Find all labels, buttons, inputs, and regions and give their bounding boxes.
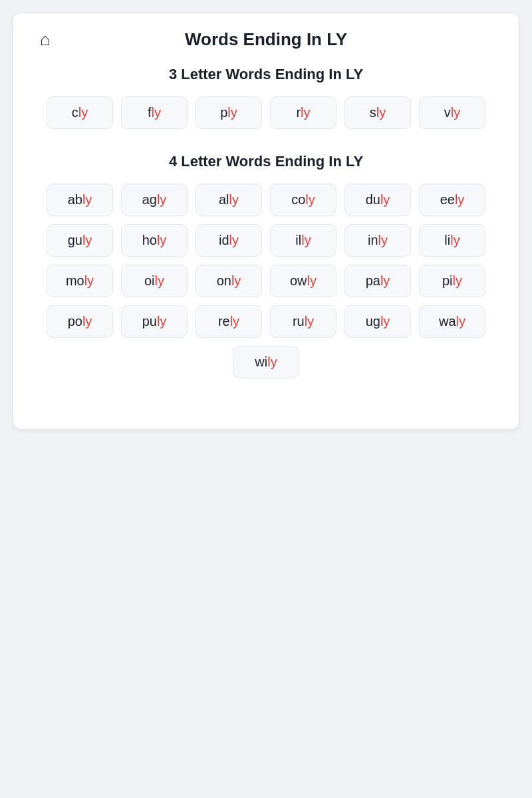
word-suffix: ly bbox=[155, 273, 164, 288]
word-suffix: ly bbox=[305, 314, 314, 329]
word-prefix: c bbox=[72, 105, 78, 120]
page-container: ⌂ Words Ending In LY 3 Letter Words Endi… bbox=[13, 13, 519, 429]
word-card[interactable]: ruly bbox=[270, 305, 336, 338]
word-card[interactable]: pily bbox=[419, 265, 485, 297]
page-title: Words Ending In LY bbox=[185, 29, 347, 50]
word-card[interactable]: owly bbox=[270, 265, 336, 297]
header: ⌂ Words Ending In LY bbox=[40, 29, 492, 50]
word-prefix: pi bbox=[442, 273, 453, 288]
word-card[interactable]: cly bbox=[47, 96, 113, 129]
word-card[interactable]: waly bbox=[419, 305, 485, 338]
word-prefix: ug bbox=[366, 314, 380, 329]
word-card[interactable]: ally bbox=[196, 184, 262, 216]
word-suffix: ly bbox=[157, 314, 166, 329]
word-prefix: mo bbox=[66, 273, 84, 288]
word-suffix: ly bbox=[376, 105, 386, 120]
word-suffix: ly bbox=[380, 314, 390, 329]
word-prefix: du bbox=[366, 192, 380, 207]
word-card[interactable]: illy bbox=[270, 224, 336, 257]
word-card[interactable]: rly bbox=[270, 96, 336, 129]
word-suffix: ly bbox=[380, 273, 390, 288]
word-suffix: ly bbox=[451, 105, 460, 120]
word-prefix: v bbox=[444, 105, 451, 120]
word-prefix: wi bbox=[255, 354, 267, 369]
word-card[interactable]: ply bbox=[196, 96, 262, 129]
word-suffix: ly bbox=[450, 233, 460, 247]
word-prefix: re bbox=[218, 314, 230, 329]
word-card[interactable]: fly bbox=[121, 96, 188, 129]
section-title-four-letter: 4 Letter Words Ending In LY bbox=[40, 153, 492, 170]
word-prefix: p bbox=[220, 105, 227, 120]
word-card[interactable]: agly bbox=[121, 184, 188, 216]
word-card[interactable]: rely bbox=[196, 305, 262, 338]
word-suffix: ly bbox=[82, 192, 92, 207]
word-card[interactable]: poly bbox=[47, 305, 113, 338]
word-suffix: ly bbox=[301, 105, 310, 120]
word-prefix: wa bbox=[439, 314, 456, 329]
word-prefix: ru bbox=[293, 314, 305, 329]
word-card[interactable]: ugly bbox=[344, 305, 411, 338]
word-card[interactable]: only bbox=[196, 265, 262, 297]
word-card[interactable]: paly bbox=[344, 265, 411, 297]
word-prefix: oi bbox=[144, 273, 155, 288]
word-card[interactable]: eely bbox=[419, 184, 485, 216]
word-suffix: ly bbox=[227, 105, 237, 120]
word-suffix: ly bbox=[82, 314, 92, 329]
word-prefix: al bbox=[219, 192, 229, 207]
word-prefix: ab bbox=[68, 192, 82, 207]
word-suffix: ly bbox=[453, 273, 462, 288]
word-prefix: pa bbox=[366, 273, 380, 288]
word-prefix: ee bbox=[440, 192, 455, 207]
word-card[interactable]: idly bbox=[196, 224, 262, 257]
word-suffix: ly bbox=[301, 233, 311, 247]
word-prefix: in bbox=[368, 233, 378, 247]
word-prefix: id bbox=[219, 233, 229, 247]
word-suffix: ly bbox=[307, 273, 317, 288]
word-suffix: ly bbox=[82, 233, 92, 247]
word-prefix: ow bbox=[290, 273, 307, 288]
word-prefix: pu bbox=[142, 314, 157, 329]
word-card[interactable]: duly bbox=[344, 184, 411, 216]
word-card[interactable]: coly bbox=[270, 184, 336, 216]
word-prefix: il bbox=[295, 233, 301, 247]
word-suffix: ly bbox=[78, 105, 88, 120]
word-suffix: ly bbox=[305, 192, 315, 207]
word-card[interactable]: inly bbox=[344, 224, 411, 257]
word-suffix: ly bbox=[378, 233, 388, 247]
word-prefix: ag bbox=[142, 192, 157, 207]
word-suffix: ly bbox=[455, 192, 464, 207]
word-card[interactable]: holy bbox=[121, 224, 188, 257]
word-card[interactable]: guly bbox=[47, 224, 113, 257]
word-suffix: ly bbox=[229, 192, 239, 207]
word-card[interactable]: sly bbox=[344, 96, 411, 129]
word-grid-three-letter: clyflyplyrlyslyvly bbox=[40, 96, 492, 129]
word-suffix: ly bbox=[230, 314, 239, 329]
word-card[interactable]: puly bbox=[121, 305, 188, 338]
section-title-three-letter: 3 Letter Words Ending In LY bbox=[40, 66, 492, 83]
word-suffix: ly bbox=[152, 105, 161, 120]
word-grid-four-letter: ablyaglyallycolydulyeelygulyholyidlyilly… bbox=[40, 184, 492, 378]
word-prefix: li bbox=[444, 233, 450, 247]
home-icon[interactable]: ⌂ bbox=[40, 29, 51, 50]
word-prefix: po bbox=[68, 314, 82, 329]
section-four-letter: 4 Letter Words Ending In LYablyaglyallyc… bbox=[40, 153, 492, 378]
word-card[interactable]: oily bbox=[121, 265, 188, 297]
word-card[interactable]: moly bbox=[47, 265, 113, 297]
word-card[interactable]: vly bbox=[419, 96, 485, 129]
word-prefix: on bbox=[217, 273, 231, 288]
word-prefix: ho bbox=[142, 233, 157, 247]
word-card[interactable]: ably bbox=[47, 184, 113, 216]
sections-container: 3 Letter Words Ending In LYclyflyplyrlys… bbox=[40, 66, 492, 378]
word-card[interactable]: wily bbox=[233, 346, 299, 378]
word-suffix: ly bbox=[456, 314, 466, 329]
word-suffix: ly bbox=[231, 273, 241, 288]
word-card[interactable]: lily bbox=[419, 224, 485, 257]
word-suffix: ly bbox=[380, 192, 390, 207]
word-suffix: ly bbox=[267, 354, 277, 369]
word-suffix: ly bbox=[157, 192, 166, 207]
word-suffix: ly bbox=[84, 273, 94, 288]
word-suffix: ly bbox=[157, 233, 166, 247]
word-prefix: s bbox=[370, 105, 376, 120]
word-suffix: ly bbox=[229, 233, 239, 247]
section-three-letter: 3 Letter Words Ending In LYclyflyplyrlys… bbox=[40, 66, 492, 129]
